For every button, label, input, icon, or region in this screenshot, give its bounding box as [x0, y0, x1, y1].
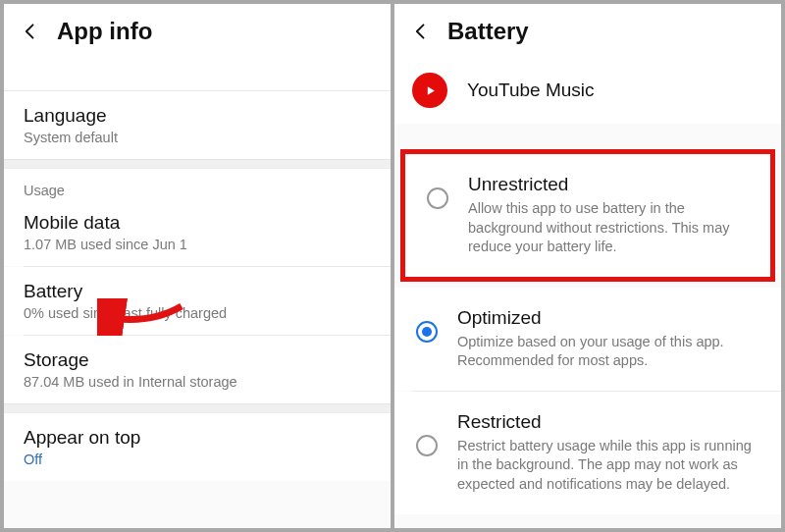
row-sub: 1.07 MB used since Jun 1 [24, 237, 371, 252]
option-desc: Restrict battery usage while this app is… [457, 437, 759, 495]
row-sub: Off [24, 452, 371, 467]
app-info-panel: App info Language System default Usage M… [4, 4, 391, 528]
option-title: Optimized [457, 307, 759, 329]
option-optimized[interactable]: Optimized Optimize based on your usage o… [394, 288, 781, 391]
content-scroll[interactable]: Language System default Usage Mobile dat… [4, 61, 391, 528]
back-icon[interactable] [410, 21, 432, 42]
option-title: Restricted [457, 411, 759, 433]
page-title: Battery [447, 18, 529, 45]
row-language[interactable]: Language System default [4, 91, 391, 159]
radio-icon[interactable] [427, 187, 448, 209]
row-title: Language [24, 105, 371, 127]
content-scroll[interactable]: YouTube Music Unrestricted Allow this ap… [394, 61, 781, 528]
option-desc: Allow this app to use battery in the bac… [468, 199, 749, 257]
app-name: YouTube Music [467, 80, 595, 101]
radio-icon[interactable] [416, 435, 438, 456]
option-title: Unrestricted [468, 174, 749, 195]
page-title: App info [57, 18, 152, 45]
usage-section-label: Usage [4, 169, 391, 206]
header: App info [4, 4, 391, 61]
header: Battery [394, 4, 781, 61]
app-header: YouTube Music [394, 61, 781, 124]
row-title: Mobile data [24, 212, 371, 234]
youtube-music-icon [412, 73, 447, 108]
row-title: Appear on top [24, 427, 371, 449]
row-mobile-data[interactable]: Mobile data 1.07 MB used since Jun 1 [4, 206, 391, 266]
option-unrestricted[interactable]: Unrestricted Allow this app to use batte… [405, 154, 770, 277]
battery-panel: Battery YouTube Music Unrestricted Allow… [394, 4, 781, 528]
row-sub: 87.04 MB used in Internal storage [24, 374, 371, 390]
row-storage[interactable]: Storage 87.04 MB used in Internal storag… [4, 336, 391, 403]
row-sub: 0% used since last fully charged [24, 305, 371, 321]
row-appear-on-top[interactable]: Appear on top Off [4, 413, 391, 481]
option-restricted[interactable]: Restricted Restrict battery usage while … [394, 392, 781, 514]
back-icon[interactable] [20, 21, 41, 42]
row-title: Battery [24, 281, 371, 302]
row-title: Storage [24, 349, 371, 371]
option-desc: Optimize based on your usage of this app… [457, 333, 759, 371]
highlight-annotation: Unrestricted Allow this app to use batte… [400, 149, 775, 282]
row-sub: System default [24, 130, 371, 145]
radio-icon[interactable] [416, 321, 438, 343]
row-battery[interactable]: Battery 0% used since last fully charged [4, 267, 391, 335]
